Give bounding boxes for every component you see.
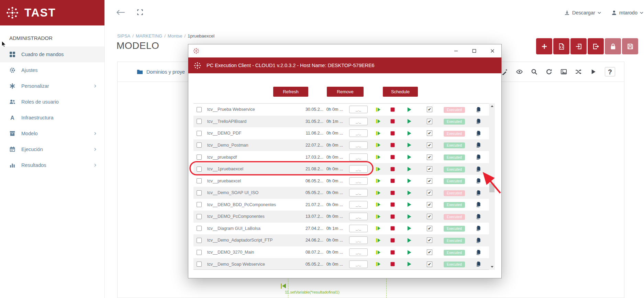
run-icon[interactable] [375,118,381,124]
breadcrumb-item-sipsa[interactable]: SIPSA [117,33,130,39]
stop-icon[interactable] [390,214,396,220]
row-checked-checkbox[interactable]: ✔ [427,190,432,195]
row-checked-checkbox[interactable]: ✔ [427,142,432,148]
breadcrumb-item-montse[interactable]: Montse [168,33,182,39]
run-icon[interactable] [375,214,381,220]
row-checkbox[interactable] [197,131,202,136]
breadcrumb-item-marketing[interactable]: MARKETING [136,33,162,39]
row-checkbox[interactable] [197,167,202,172]
row-checked-checkbox[interactable]: ✔ [427,262,432,267]
row-checked-checkbox[interactable]: ✔ [427,155,432,160]
play-icon[interactable] [406,178,412,184]
question-icon[interactable]: ? [605,67,615,76]
play-icon[interactable] [406,202,412,207]
run-icon[interactable] [375,154,381,160]
table-row-tcv-demo-soap-ui-iso[interactable]: tcv__Demo_SOAP UI_ISO 05.05.2... 0h 0m .… [193,187,489,199]
play-icon[interactable] [406,166,412,172]
table-row-tcv-demo-soap-webservice[interactable]: tcv__Demo_Soap Webservice 05.05.2... 0h … [193,258,489,270]
fullscreen-icon[interactable] [137,9,143,15]
play-icon[interactable] [406,130,412,136]
download-menu[interactable]: Descargar [564,10,601,15]
sidebar-item-roles-de-usuario[interactable]: Roles de usuario [0,94,104,110]
report-doc-icon[interactable] [476,249,481,255]
table-row-tcv-demo-pdf[interactable]: tcv__DEMO_PDF 11.06.2... 0h 0m ... ✔ Exe… [193,127,489,139]
table-row-tcv-pruebapdf[interactable]: tcv__pruebapdf 17.03.2... 0h 0m ... ✔ Ex… [193,151,489,163]
row-checked-checkbox[interactable]: ✔ [427,119,432,124]
refresh-icon[interactable] [546,68,552,75]
report-doc-icon[interactable] [476,118,481,124]
schedule-time-input[interactable] [349,177,368,185]
window-close-button[interactable] [483,44,501,57]
sidebar-item-resultados[interactable]: Resultados [0,157,104,173]
run-icon[interactable] [375,178,381,184]
row-checked-checkbox[interactable]: ✔ [427,214,432,219]
eye-icon[interactable] [516,68,523,75]
row-checkbox[interactable] [197,250,202,255]
schedule-time-input[interactable] [349,106,368,113]
play-icon[interactable] [406,190,412,196]
play-icon[interactable] [406,225,412,231]
table-row-tcv-1pruebaexcel[interactable]: tcv__1pruebaexcel 21.08.2... 0h 0m ... ✔… [193,163,489,175]
report-doc-icon[interactable] [476,142,481,148]
schedule-time-input[interactable] [349,129,368,137]
play-icon[interactable] [406,118,412,124]
stop-icon[interactable] [390,225,396,231]
scrollbar-thumb[interactable] [489,183,495,192]
play-icon[interactable] [406,237,412,243]
stop-icon[interactable] [390,190,396,196]
table-scrollbar[interactable] [489,103,495,270]
sidebar-item-ejecucion[interactable]: Ejecución [0,141,104,157]
sidebar-item-modelo[interactable]: Modelo [0,126,104,141]
refresh-button[interactable]: Refresh [273,87,308,97]
stop-icon[interactable] [390,178,396,184]
stop-icon[interactable] [390,237,396,243]
row-checkbox[interactable] [197,107,202,112]
row-checked-checkbox[interactable]: ✔ [427,107,432,112]
play-icon[interactable] [406,214,412,220]
run-icon[interactable] [375,237,381,243]
row-checkbox[interactable] [197,238,202,243]
action-button-lock[interactable] [605,38,621,54]
schedule-time-input[interactable] [349,248,368,256]
play-icon[interactable] [406,107,412,113]
report-doc-icon[interactable] [476,154,481,160]
schedule-time-input[interactable] [349,189,368,196]
sidebar-item-cuadro-de-mandos[interactable]: Cuadro de mandos [0,46,104,62]
stop-icon[interactable] [390,261,396,267]
report-doc-icon[interactable] [476,202,481,207]
stop-icon[interactable] [390,166,396,172]
action-button-plus[interactable] [536,38,552,54]
run-icon[interactable] [375,225,381,231]
table-row-tcv-demo-3270-main[interactable]: tcv__DEMO_3270_Main 08.07.2... 0h 0m ...… [193,246,489,258]
action-button-save[interactable] [622,38,638,54]
schedule-time-input[interactable] [349,201,368,209]
window-maximize-button[interactable] [465,44,483,57]
brand-header[interactable]: TAST [0,0,104,25]
report-doc-icon[interactable] [476,166,481,172]
action-button-file-code[interactable] [553,38,569,54]
row-checkbox[interactable] [197,202,202,207]
run-icon[interactable] [375,202,381,207]
scroll-down-button[interactable] [489,264,495,270]
report-doc-icon[interactable] [476,107,481,113]
row-checkbox[interactable] [197,119,202,124]
table-row-tcv-prueba-webservice[interactable]: tcv__Prueba Webservice 30.05.2... 0h 0m … [193,104,489,116]
row-checked-checkbox[interactable]: ✔ [427,178,432,184]
row-checked-checkbox[interactable]: ✔ [427,130,432,136]
row-checked-checkbox[interactable]: ✔ [427,237,432,243]
play-icon[interactable] [590,68,597,75]
user-menu[interactable]: mtarodo [611,10,643,15]
row-checkbox[interactable] [197,178,202,183]
schedule-time-input[interactable] [349,153,368,161]
stop-icon[interactable] [390,107,396,113]
row-checked-checkbox[interactable]: ✔ [427,226,432,231]
shuffle-icon[interactable] [575,68,582,75]
play-icon[interactable] [406,142,412,148]
action-button-sign-out[interactable] [588,38,604,54]
schedule-button[interactable]: Schedule [383,87,418,97]
stop-icon[interactable] [390,142,396,148]
row-checked-checkbox[interactable]: ✔ [427,202,432,207]
report-doc-icon[interactable] [476,237,481,243]
schedule-time-input[interactable] [349,260,368,268]
row-checkbox[interactable] [197,155,202,160]
